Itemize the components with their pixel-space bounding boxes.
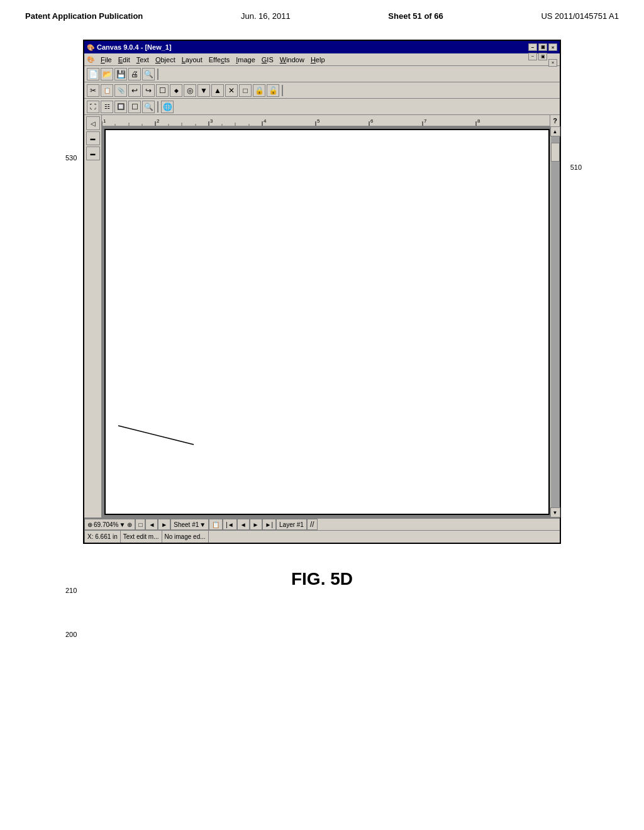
minimize-button[interactable]: − — [528, 43, 537, 51]
grid-btn[interactable]: ⛶ — [87, 101, 99, 113]
figure-label: FIG. 5D — [0, 563, 644, 595]
track-prev-btn[interactable]: |◄ — [223, 519, 237, 530]
preview-btn[interactable]: 🔍 — [142, 68, 155, 80]
menu-file[interactable]: File — [98, 55, 114, 64]
down-btn[interactable]: ▼ — [197, 84, 210, 97]
menu-edit[interactable]: Edit — [116, 55, 133, 64]
main-content: 530 210 200 🎨 Canvas 9.0.4 - [New_1] − ▣… — [0, 27, 644, 550]
status-image-mode: No image ed... — [162, 531, 209, 543]
menu-minimize-button[interactable]: − — [528, 53, 537, 60]
vertical-scrollbar: ▲ ▼ — [550, 126, 560, 517]
nav-bar: ⊕ 69.704% ▼ ⊕ □ ◄ ► Sheet #1 ▼ 📋 |◄ ◄ ► — [84, 517, 560, 530]
rect-btn[interactable]: □ — [239, 84, 252, 97]
save-btn[interactable]: 💾 — [114, 68, 127, 80]
cross-btn[interactable]: ✕ — [225, 84, 238, 97]
track-back-btn[interactable]: ◄ — [237, 519, 250, 530]
menu-gis[interactable]: GIS — [259, 55, 276, 64]
print-btn[interactable]: 🖨 — [128, 68, 141, 80]
undo-btn[interactable]: ↩ — [128, 84, 141, 97]
zoom-value: 69.704% — [94, 521, 118, 528]
svg-text:5: 5 — [317, 118, 320, 124]
toolbar-2: ✂ 📋 📎 ↩ ↪ ☐ ◆ ◎ ▼ ▲ ✕ □ 🔒 🔓 — [84, 82, 560, 99]
ref-label-210: 210 — [65, 587, 77, 594]
canvas-content-row: 1 2 3 4 5 6 — [84, 126, 560, 517]
cut-btn[interactable]: ✂ — [87, 84, 99, 97]
toolbar-sep-2 — [282, 85, 283, 96]
new-btn[interactable]: 📄 — [87, 68, 99, 80]
gis-btn[interactable]: 🌐 — [161, 101, 174, 113]
status-text-mode: Text edit m... — [121, 531, 162, 543]
toolbar-sep-3 — [157, 101, 158, 113]
scroll-down-button[interactable]: ▼ — [550, 507, 560, 517]
tool-rect1[interactable]: ▬ — [86, 131, 100, 145]
lock-btn[interactable]: 🔒 — [253, 84, 265, 97]
ref-label-530: 530 — [65, 154, 77, 162]
menu-layout[interactable]: Layout — [179, 55, 205, 64]
toolbar-sep-1 — [157, 69, 158, 80]
drawing-area — [102, 126, 550, 517]
unlock-btn[interactable]: 🔓 — [267, 84, 279, 97]
status-x-coord: X: 6.661 in — [84, 531, 121, 543]
draw1-btn[interactable]: ☐ — [156, 84, 169, 97]
tool-arrow[interactable]: ◁ — [86, 116, 100, 130]
menu-image[interactable]: Image — [233, 55, 258, 64]
paste-btn[interactable]: 📎 — [114, 84, 127, 97]
menu-window[interactable]: Window — [277, 55, 307, 64]
up-btn[interactable]: ▲ — [211, 84, 224, 97]
close-button[interactable]: × — [548, 43, 557, 51]
sheet-value: Sheet #1 — [174, 521, 199, 528]
layer-value: Layer #1 — [279, 521, 304, 528]
page-icon-segment: □ — [135, 519, 145, 530]
page-header: Patent Application Publication Jun. 16, … — [0, 0, 644, 27]
track-end-btn[interactable]: ►| — [262, 519, 277, 530]
tool-rect2[interactable]: ▬ — [86, 147, 100, 160]
zoom-dropdown[interactable]: ▼ — [119, 521, 125, 528]
circle-btn[interactable]: ◎ — [184, 84, 196, 97]
page-btn[interactable]: ☐ — [128, 101, 141, 113]
page-icon: □ — [138, 521, 142, 528]
sheet-copy-btn[interactable]: 📋 — [209, 519, 223, 530]
open-btn[interactable]: 📂 — [101, 68, 113, 80]
app-icon: 🎨 — [87, 44, 94, 51]
svg-text:3: 3 — [210, 118, 213, 124]
menu-app-icon: 🎨 — [87, 56, 94, 63]
text-mode-value: Text edit m... — [123, 533, 159, 540]
sheet-display: Sheet #1 ▼ — [170, 519, 209, 530]
menu-effects[interactable]: Effects — [206, 55, 232, 64]
menu-object[interactable]: Object — [153, 55, 178, 64]
menu-right-buttons: − ▣ × — [528, 53, 557, 67]
scroll-up-button[interactable]: ▲ — [550, 126, 560, 136]
fill-btn[interactable]: ◆ — [170, 84, 182, 97]
hatch-btn[interactable]: // — [307, 519, 318, 530]
sheet-dropdown[interactable]: ▼ — [199, 521, 206, 528]
sheet-prev-btn[interactable]: ◄ — [145, 519, 158, 530]
menu-close-button[interactable]: × — [548, 59, 557, 67]
x-coord-value: X: 6.661 in — [87, 533, 118, 540]
zoom-icon: ⊕ — [87, 521, 92, 528]
svg-text:2: 2 — [157, 118, 160, 124]
title-bar-left: 🎨 Canvas 9.0.4 - [New_1] — [87, 43, 172, 51]
sheet-next-btn[interactable]: ► — [158, 519, 170, 530]
zoom-btn[interactable]: 🔍 — [142, 101, 155, 113]
canvas-main: In 1 2 3 — [84, 115, 560, 517]
status-bar: X: 6.661 in Text edit m... No image ed..… — [84, 530, 560, 543]
svg-text:6: 6 — [370, 118, 374, 124]
copy-btn[interactable]: 📋 — [101, 84, 113, 97]
publication-title: Patent Application Publication — [25, 11, 143, 21]
toolbar-1: 📄 📂 💾 🖨 🔍 — [84, 66, 560, 82]
menu-restore-button[interactable]: ▣ — [538, 53, 547, 60]
menu-text[interactable]: Text — [134, 55, 152, 64]
menu-help[interactable]: Help — [308, 55, 328, 64]
layout-btn[interactable]: 🔲 — [114, 101, 127, 113]
redo-btn[interactable]: ↪ — [142, 84, 155, 97]
title-bar-buttons: − ▣ × — [528, 43, 557, 51]
layers-btn[interactable]: ☷ — [101, 101, 113, 113]
restore-button[interactable]: ▣ — [538, 43, 547, 51]
sheet-info: Sheet 51 of 66 — [388, 11, 443, 21]
app-window: 🎨 Canvas 9.0.4 - [New_1] − ▣ × 🎨 File Ed… — [83, 40, 561, 544]
title-bar: 🎨 Canvas 9.0.4 - [New_1] − ▣ × — [84, 41, 560, 53]
track-fwd-btn[interactable]: ► — [250, 519, 262, 530]
scrollbar-thumb[interactable] — [551, 143, 560, 162]
left-tool-panel: ◁ ▬ ▬ — [84, 115, 102, 517]
help-question-mark[interactable]: ? — [550, 115, 560, 126]
